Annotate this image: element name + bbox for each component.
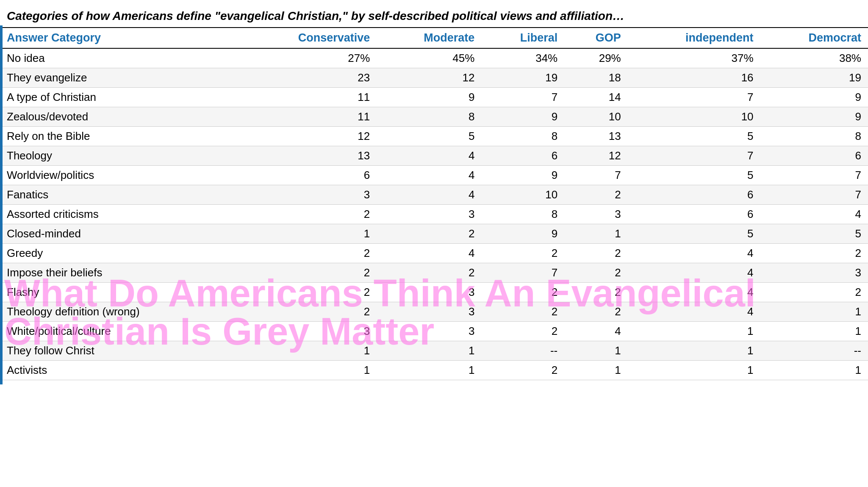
cell-conservative: 27%	[238, 48, 377, 68]
cell-category: Closed-minded	[0, 224, 238, 244]
cell-democrat: 2	[760, 283, 868, 302]
left-border-accent	[0, 25, 3, 384]
cell-democrat: 7	[760, 185, 868, 205]
cell-democrat: 1	[760, 302, 868, 322]
cell-democrat: 9	[760, 88, 868, 107]
cell-category: Theology	[0, 146, 238, 166]
table-row: Theology13461276	[0, 146, 868, 166]
cell-democrat: 5	[760, 224, 868, 244]
cell-gop: 18	[564, 68, 628, 88]
cell-independent: 5	[628, 224, 760, 244]
cell-gop: 10	[564, 107, 628, 127]
cell-conservative: 2	[238, 302, 377, 322]
cell-democrat: --	[760, 341, 868, 361]
cell-conservative: 3	[238, 185, 377, 205]
col-header-moderate: Moderate	[377, 28, 481, 48]
cell-independent: 37%	[628, 48, 760, 68]
cell-category: Greedy	[0, 244, 238, 263]
col-header-category: Answer Category	[0, 28, 238, 48]
table-row: Zealous/devoted118910109	[0, 107, 868, 127]
table-header-row: Answer Category Conservative Moderate Li…	[0, 28, 868, 48]
cell-moderate: 3	[377, 322, 481, 341]
table-row: Worldview/politics649757	[0, 166, 868, 185]
cell-independent: 1	[628, 322, 760, 341]
cell-democrat: 2	[760, 244, 868, 263]
cell-democrat: 3	[760, 263, 868, 283]
cell-gop: 2	[564, 283, 628, 302]
cell-liberal: 19	[481, 68, 564, 88]
cell-category: White/political/culture	[0, 322, 238, 341]
cell-liberal: 2	[481, 283, 564, 302]
table-row: Activists112111	[0, 361, 868, 380]
cell-moderate: 4	[377, 185, 481, 205]
cell-liberal: 9	[481, 224, 564, 244]
cell-democrat: 19	[760, 68, 868, 88]
cell-category: Activists	[0, 361, 238, 380]
cell-category: Fanatics	[0, 185, 238, 205]
cell-democrat: 4	[760, 205, 868, 224]
page-wrapper: Categories of how Americans define "evan…	[0, 0, 868, 384]
cell-independent: 5	[628, 127, 760, 146]
cell-liberal: 2	[481, 361, 564, 380]
cell-gop: 7	[564, 166, 628, 185]
table-row: White/political/culture332411	[0, 322, 868, 341]
cell-moderate: 3	[377, 205, 481, 224]
cell-conservative: 12	[238, 127, 377, 146]
cell-liberal: 10	[481, 185, 564, 205]
cell-independent: 5	[628, 166, 760, 185]
table-body: No idea27%45%34%29%37%38%They evangelize…	[0, 48, 868, 380]
table-row: Flashy232242	[0, 283, 868, 302]
cell-conservative: 2	[238, 205, 377, 224]
cell-liberal: 9	[481, 107, 564, 127]
cell-moderate: 1	[377, 341, 481, 361]
cell-liberal: 2	[481, 302, 564, 322]
cell-category: A type of Christian	[0, 88, 238, 107]
cell-independent: 7	[628, 146, 760, 166]
col-header-democrat: Democrat	[760, 28, 868, 48]
cell-moderate: 45%	[377, 48, 481, 68]
table-row: Rely on the Bible12581358	[0, 127, 868, 146]
cell-gop: 1	[564, 341, 628, 361]
cell-moderate: 4	[377, 244, 481, 263]
cell-independent: 16	[628, 68, 760, 88]
cell-category: They follow Christ	[0, 341, 238, 361]
cell-liberal: 34%	[481, 48, 564, 68]
cell-democrat: 9	[760, 107, 868, 127]
cell-moderate: 2	[377, 224, 481, 244]
table-row: No idea27%45%34%29%37%38%	[0, 48, 868, 68]
cell-independent: 7	[628, 88, 760, 107]
cell-democrat: 6	[760, 146, 868, 166]
cell-liberal: 2	[481, 322, 564, 341]
cell-category: Assorted criticisms	[0, 205, 238, 224]
table-row: They evangelize231219181619	[0, 68, 868, 88]
cell-democrat: 38%	[760, 48, 868, 68]
cell-category: Impose their beliefs	[0, 263, 238, 283]
cell-gop: 1	[564, 361, 628, 380]
cell-democrat: 8	[760, 127, 868, 146]
cell-gop: 29%	[564, 48, 628, 68]
table-row: A type of Christian11971479	[0, 88, 868, 107]
table-row: They follow Christ11--11--	[0, 341, 868, 361]
cell-democrat: 7	[760, 166, 868, 185]
table-row: Closed-minded129155	[0, 224, 868, 244]
table-row: Theology definition (wrong)232241	[0, 302, 868, 322]
cell-moderate: 1	[377, 361, 481, 380]
cell-democrat: 1	[760, 322, 868, 341]
cell-independent: 4	[628, 244, 760, 263]
cell-liberal: 7	[481, 88, 564, 107]
cell-category: Theology definition (wrong)	[0, 302, 238, 322]
cell-gop: 2	[564, 244, 628, 263]
cell-category: Zealous/devoted	[0, 107, 238, 127]
col-header-liberal: Liberal	[481, 28, 564, 48]
cell-gop: 13	[564, 127, 628, 146]
cell-independent: 4	[628, 302, 760, 322]
col-header-gop: GOP	[564, 28, 628, 48]
cell-liberal: 2	[481, 244, 564, 263]
cell-independent: 4	[628, 283, 760, 302]
cell-category: Rely on the Bible	[0, 127, 238, 146]
cell-conservative: 11	[238, 107, 377, 127]
cell-liberal: 9	[481, 166, 564, 185]
cell-liberal: 8	[481, 205, 564, 224]
cell-conservative: 2	[238, 244, 377, 263]
cell-conservative: 2	[238, 283, 377, 302]
